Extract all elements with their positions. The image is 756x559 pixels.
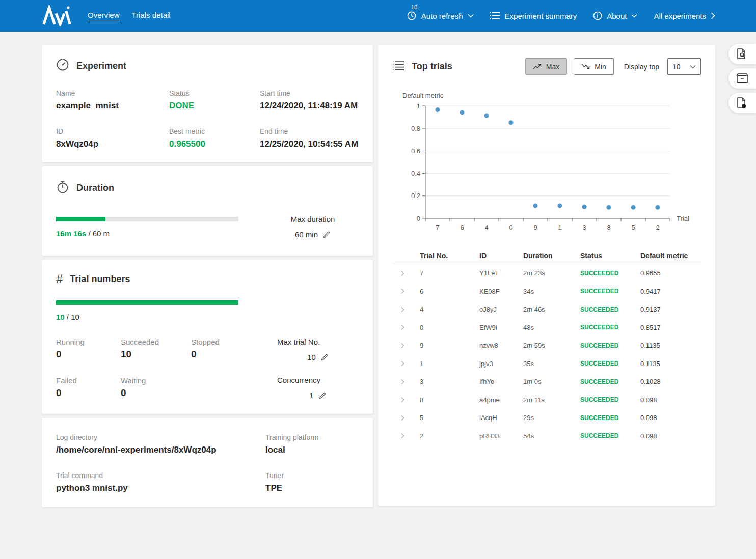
table-row: 5iAcqH29sSUCCEEDED0.098 — [392, 409, 701, 427]
config-card: Log directory/home/core/nni-experiments/… — [42, 418, 373, 507]
scatter-point — [631, 205, 636, 210]
chart-text: 6 — [460, 223, 464, 231]
table-row: 8a4pme2m 11sSUCCEEDED0.098 — [392, 391, 701, 409]
field-value: TPE — [265, 483, 359, 493]
chart-text: 0.8 — [411, 125, 420, 132]
trials-progress-fill — [56, 300, 238, 305]
max-button[interactable]: Max — [525, 58, 567, 75]
cell-id: Y1LeT — [472, 269, 516, 277]
experiment-summary-label: Experiment summary — [505, 12, 577, 20]
column-header: Duration — [516, 251, 573, 260]
scatter-point — [484, 114, 489, 118]
all-experiments-link[interactable]: All experiments — [654, 12, 715, 20]
edit-max-trial-button[interactable] — [320, 353, 329, 361]
cell-trial-no: 5 — [413, 414, 472, 422]
about-label: About — [607, 12, 627, 20]
experiment-field: Best metric0.965500 — [169, 127, 260, 149]
nni-logo — [42, 5, 72, 26]
expand-row-button[interactable] — [392, 433, 413, 439]
field-label: Status — [169, 89, 260, 97]
table-row: 6KE08F34sSUCCEEDED0.9417 — [392, 283, 701, 301]
trials-progress-bar — [56, 300, 238, 305]
experiment-summary-button[interactable]: Experiment summary — [490, 12, 577, 20]
edit-concurrency-button[interactable] — [318, 392, 327, 400]
tab-overview[interactable]: Overview — [88, 11, 120, 21]
cell-status: SUCCEEDED — [573, 378, 633, 385]
expand-chevron-icon — [399, 306, 406, 313]
scatter-point — [607, 205, 611, 210]
cell-trial-no: 0 — [413, 324, 472, 331]
expand-row-button[interactable] — [392, 324, 413, 330]
column-header: Trial No. — [413, 251, 472, 260]
cell-duration: 2m 59s — [516, 342, 573, 349]
field-label: Training platform — [265, 433, 359, 441]
top-trials-table: Trial No.IDDurationStatusDefault metric … — [392, 247, 701, 445]
top-navbar: Overview Trials detail 10 Auto refresh — [0, 0, 756, 32]
field-label: Start time — [260, 89, 359, 97]
counter-value: 10 — [121, 349, 191, 360]
config-field: Training platformlocal — [265, 433, 359, 455]
max-button-label: Max — [546, 63, 559, 71]
cell-trial-no: 7 — [413, 269, 472, 277]
table-row: 4oJ8yJ2m 46sSUCCEEDED0.9137 — [392, 300, 701, 319]
expand-row-button[interactable] — [392, 343, 413, 349]
experiment-field: End time12/25/2020, 10:54:55 AM — [260, 127, 359, 149]
expand-chevron-icon — [399, 343, 406, 349]
experiment-fields: Nameexample_mnistStatusDONEStart time12/… — [56, 89, 359, 149]
floating-archive-button[interactable] — [728, 68, 756, 89]
cell-id: a4pme — [472, 396, 516, 404]
chart-text: 0.4 — [411, 170, 420, 177]
counter-value: 0 — [121, 387, 191, 399]
max-trial-label: Max trial No. — [277, 338, 359, 346]
scatter-point — [582, 205, 587, 209]
field-value: DONE — [169, 101, 260, 111]
expand-row-button[interactable] — [392, 415, 413, 421]
chart-text: 1 — [417, 102, 420, 110]
cell-status: SUCCEEDED — [573, 324, 633, 331]
floating-version-doc-button[interactable] — [728, 93, 756, 113]
expand-chevron-icon — [399, 324, 406, 330]
table-row: 9nzvw82m 59sSUCCEEDED0.1135 — [392, 337, 701, 355]
chart-text: 7 — [436, 223, 439, 231]
expand-row-button[interactable] — [392, 288, 413, 294]
max-duration-value: 60 min — [295, 230, 318, 239]
table-row: 7Y1LeT2m 23sSUCCEEDED0.9655 — [392, 264, 701, 283]
counter-label: Failed — [56, 376, 121, 385]
expand-row-button[interactable] — [392, 270, 413, 276]
cell-default-metric: 0.098 — [633, 432, 701, 440]
trial-numbers-card-title: Trial numbers — [70, 274, 130, 285]
trial-counter: Running0 — [56, 338, 121, 361]
counter-value: 0 — [56, 349, 121, 360]
auto-refresh-button[interactable]: 10 Auto refresh — [407, 11, 474, 21]
min-button[interactable]: Min — [574, 58, 614, 75]
edit-max-duration-button[interactable] — [322, 231, 331, 239]
field-label: Name — [56, 89, 169, 97]
cell-trial-no: 3 — [413, 378, 472, 385]
field-value: local — [265, 445, 359, 455]
cell-id: EfW9i — [472, 324, 516, 331]
top-trials-title: Top trials — [412, 61, 452, 72]
chart-text: 9 — [533, 223, 537, 231]
about-button[interactable]: About — [593, 11, 637, 20]
tab-trials-detail[interactable]: Trials detail — [132, 11, 171, 21]
auto-refresh-label: Auto refresh — [421, 12, 463, 20]
scatter-point — [436, 107, 440, 112]
expand-chevron-icon — [399, 288, 406, 294]
expand-row-button[interactable] — [392, 306, 413, 313]
cell-trial-no: 9 — [413, 342, 472, 349]
display-top-select[interactable]: 10 — [667, 58, 701, 75]
field-value: 8xWqz04p — [56, 139, 169, 149]
counter-label: Waiting — [121, 376, 191, 385]
cell-status: SUCCEEDED — [573, 270, 633, 277]
expand-row-button[interactable] — [392, 360, 413, 367]
expand-row-button[interactable] — [392, 379, 413, 385]
field-value: 12/25/2020, 10:54:55 AM — [260, 139, 359, 149]
cell-duration: 29s — [516, 414, 573, 422]
chart-text: 0 — [417, 215, 420, 222]
edit-pencil-icon — [320, 353, 329, 361]
cell-default-metric: 0.9137 — [633, 305, 701, 313]
floating-search-doc-button[interactable] — [728, 44, 756, 64]
trial-counter: Stopped0 — [191, 338, 255, 361]
top-trials-card: Top trials Max Min — [378, 45, 715, 506]
expand-row-button[interactable] — [392, 397, 413, 403]
